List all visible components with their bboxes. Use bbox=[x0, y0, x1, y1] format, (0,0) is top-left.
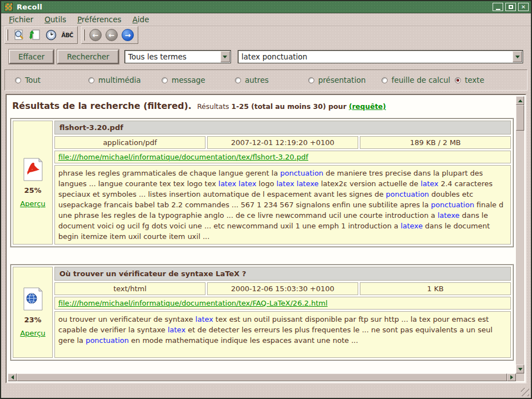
page-first-button[interactable]: ← bbox=[88, 28, 103, 42]
filter-autres[interactable]: autres bbox=[235, 76, 308, 84]
search-mode-select[interactable]: Tous les termes bbox=[124, 50, 231, 63]
filter-presentation[interactable]: présentation bbox=[308, 76, 382, 84]
size-cell: 189 KB / 2 MB bbox=[360, 136, 511, 149]
scroll-down-button[interactable] bbox=[516, 365, 524, 373]
scroll-right-button[interactable] bbox=[507, 373, 516, 381]
result-meta-row: application/pdf 2007-12-01 12:19:20 +010… bbox=[54, 136, 511, 149]
arrow-left-icon bbox=[11, 375, 14, 380]
filter-tout[interactable]: Tout bbox=[15, 76, 88, 84]
history-button[interactable] bbox=[44, 28, 58, 42]
search-document-icon bbox=[13, 29, 25, 41]
maximize-icon bbox=[509, 5, 513, 9]
results-header: Résultats de la recherche (filtered).Rés… bbox=[8, 96, 516, 111]
recoll-app-icon bbox=[4, 3, 13, 11]
filter-multimedia[interactable]: multimédia bbox=[88, 76, 162, 84]
result-meta-row: text/html 2000-12-06 15:03:30 +0100 1 KB bbox=[54, 282, 511, 295]
page-previous-button[interactable]: ← bbox=[104, 28, 119, 42]
arrow-right-icon: → bbox=[122, 29, 134, 41]
results-range: 1-25 (total au moins 30) pour bbox=[232, 102, 349, 111]
window-title: Recoll bbox=[17, 3, 42, 11]
term-explorer-icon: ÂBĈ bbox=[61, 32, 73, 38]
recoll-window: Recoll ✕ Fichier Outils Préférences Aide bbox=[0, 0, 532, 399]
query-input[interactable] bbox=[238, 52, 513, 61]
search-document-button[interactable] bbox=[12, 28, 26, 42]
radio-icon[interactable] bbox=[308, 77, 314, 83]
result-url-link[interactable]: file:///home/michael/informatique/docume… bbox=[58, 299, 328, 307]
mime-type-cell: application/pdf bbox=[54, 136, 205, 149]
preview-link[interactable]: Aperçu bbox=[20, 329, 46, 337]
result-item: 23% Aperçu Où trouver un vérificateur de… bbox=[10, 264, 514, 361]
menubar: Fichier Outils Préférences Aide bbox=[1, 13, 531, 26]
filter-texte[interactable]: texte bbox=[455, 76, 484, 84]
mime-type-cell: text/html bbox=[54, 282, 205, 295]
arrow-down-icon bbox=[518, 368, 523, 371]
vertical-scrollbar-thumb[interactable] bbox=[516, 105, 524, 131]
arrow-up-icon bbox=[518, 99, 523, 102]
horizontal-scrollbar[interactable] bbox=[8, 373, 516, 381]
vertical-scrollbar[interactable] bbox=[516, 96, 524, 373]
chevron-down-icon[interactable] bbox=[513, 51, 522, 62]
result-side-panel: 23% Aperçu bbox=[13, 267, 53, 358]
minimize-button[interactable] bbox=[493, 3, 503, 11]
menu-preferences[interactable]: Préférences bbox=[72, 14, 127, 25]
result-title: Où trouver un vérificateur de syntaxe La… bbox=[54, 267, 511, 281]
results-frame: Résultats de la recherche (filtered).Rés… bbox=[6, 94, 526, 383]
update-index-button[interactable] bbox=[28, 28, 42, 42]
html-file-icon bbox=[22, 287, 43, 311]
toolbar: ÂBĈ ← ← → bbox=[1, 26, 531, 44]
query-details-link[interactable]: (requête) bbox=[349, 102, 386, 111]
radio-icon[interactable] bbox=[382, 77, 388, 83]
titlebar[interactable]: Recoll ✕ bbox=[1, 1, 531, 13]
result-item: 25% Aperçu flshort-3.20.pdf application/… bbox=[10, 118, 514, 247]
maximize-button[interactable] bbox=[505, 3, 516, 11]
arrow-left-icon: ← bbox=[106, 29, 118, 41]
results-list: Résultats de la recherche (filtered).Rés… bbox=[8, 96, 516, 373]
scroll-up-button[interactable] bbox=[516, 96, 524, 105]
result-url-link[interactable]: file:///home/michael/informatique/docume… bbox=[58, 153, 308, 161]
page-next-button[interactable]: → bbox=[121, 28, 135, 42]
chevron-down-icon[interactable] bbox=[220, 51, 230, 62]
update-index-icon bbox=[29, 29, 41, 41]
relevance-percent: 25% bbox=[24, 186, 41, 194]
date-cell: 2000-12-06 15:03:30 +0100 bbox=[207, 282, 358, 295]
term-explorer-button[interactable]: ÂBĈ bbox=[60, 28, 74, 42]
close-button[interactable]: ✕ bbox=[518, 3, 529, 11]
date-cell: 2007-12-01 12:19:20 +0100 bbox=[207, 136, 358, 149]
close-icon: ✕ bbox=[521, 4, 525, 10]
radio-icon[interactable] bbox=[162, 77, 168, 83]
results-title: Résultats de la recherche (filtered). bbox=[12, 101, 192, 111]
horizontal-scrollbar-thumb[interactable] bbox=[17, 373, 507, 381]
toolbar-group-navigation: ← ← → bbox=[81, 26, 138, 44]
clear-button[interactable]: Effacer bbox=[9, 49, 54, 64]
result-snippet: ou trouver un verificateur de syntaxe la… bbox=[54, 311, 511, 358]
resize-grip-icon[interactable] bbox=[521, 388, 529, 396]
results-count-prefix: Résultats bbox=[197, 102, 232, 111]
radio-icon[interactable] bbox=[235, 77, 241, 83]
menu-outils[interactable]: Outils bbox=[39, 14, 72, 25]
filter-feuille-de-calcul[interactable]: feuille de calcul bbox=[382, 76, 455, 84]
scrollbar-corner bbox=[516, 373, 524, 381]
filter-message[interactable]: message bbox=[162, 76, 235, 84]
menu-aide[interactable]: Aide bbox=[127, 14, 155, 25]
scroll-left-button[interactable] bbox=[8, 373, 17, 381]
result-url-row: file:///home/michael/informatique/docume… bbox=[54, 151, 511, 163]
query-combobox bbox=[238, 50, 523, 63]
result-url-row: file:///home/michael/informatique/docume… bbox=[54, 297, 511, 310]
result-side-panel: 25% Aperçu bbox=[13, 121, 53, 245]
radio-icon[interactable] bbox=[455, 77, 461, 83]
result-title: flshort-3.20.pdf bbox=[54, 121, 511, 134]
category-filter-panel: Tout multimédia message autres présentat… bbox=[4, 69, 528, 91]
window-controls: ✕ bbox=[493, 3, 529, 11]
menu-fichier[interactable]: Fichier bbox=[3, 14, 39, 25]
search-button[interactable]: Rechercher bbox=[57, 49, 118, 64]
toolbar-handle[interactable] bbox=[83, 29, 85, 41]
history-clock-icon bbox=[45, 29, 57, 41]
result-snippet: phrase les regles grammaticales de chaqu… bbox=[54, 165, 511, 245]
arrow-right-icon bbox=[510, 375, 513, 380]
pdf-file-icon bbox=[22, 158, 43, 181]
minimize-icon bbox=[496, 9, 500, 10]
preview-link[interactable]: Aperçu bbox=[20, 200, 46, 208]
radio-icon[interactable] bbox=[88, 77, 94, 83]
toolbar-handle[interactable] bbox=[6, 29, 8, 41]
radio-icon[interactable] bbox=[15, 77, 21, 83]
